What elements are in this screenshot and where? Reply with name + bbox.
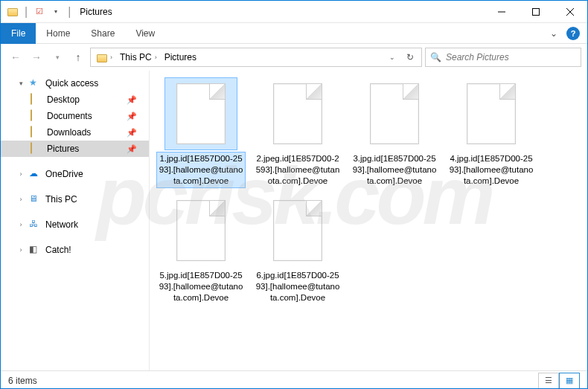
status-item-count: 6 items bbox=[8, 376, 37, 386]
tab-home[interactable]: Home bbox=[36, 23, 80, 44]
blank-file-icon bbox=[176, 200, 226, 261]
file-name: 5.jpg.id[1E857D00-2593].[hallomee@tutano… bbox=[157, 269, 245, 304]
file-item[interactable]: 6.jpg.id[1E857D00-2593].[hallomee@tutano… bbox=[252, 195, 343, 304]
up-button[interactable]: ↑ bbox=[69, 48, 87, 66]
close-button[interactable] bbox=[553, 1, 587, 23]
chevron-right-icon[interactable]: › bbox=[17, 196, 25, 203]
file-name: 1.jpg.id[1E857D00-2593].[hallomee@tutano… bbox=[157, 152, 245, 187]
pin-icon: 📌 bbox=[127, 144, 137, 154]
tree-documents[interactable]: Documents📌 bbox=[1, 108, 149, 124]
address-dropdown-icon[interactable]: ⌄ bbox=[384, 49, 400, 65]
file-thumbnail bbox=[262, 195, 333, 266]
folder-icon bbox=[7, 6, 19, 18]
tab-file[interactable]: File bbox=[1, 23, 36, 44]
navigation-pane: ▾ ★ Quick access Desktop📌 Documents📌 Dow… bbox=[1, 71, 150, 370]
file-name: 3.jpg.id[1E857D00-2593].[hallomee@tutano… bbox=[351, 152, 438, 187]
star-icon: ★ bbox=[29, 77, 41, 89]
blank-file-icon bbox=[273, 200, 322, 261]
network-icon: 🖧 bbox=[29, 219, 41, 231]
qat-dropdown-icon[interactable]: ▾ bbox=[50, 6, 62, 18]
qat-separator: | bbox=[25, 5, 28, 19]
tree-quick-access-label: Quick access bbox=[45, 78, 98, 89]
status-bar: 6 items ☰ ▦ bbox=[1, 370, 587, 389]
blank-file-icon bbox=[176, 83, 226, 144]
ribbon: File Home Share View ⌄ ? bbox=[1, 23, 587, 44]
file-grid: 1.jpg.id[1E857D00-2593].[hallomee@tutano… bbox=[156, 78, 581, 304]
file-list-area[interactable]: 1.jpg.id[1E857D00-2593].[hallomee@tutano… bbox=[150, 71, 587, 370]
cloud-icon: ☁ bbox=[29, 168, 41, 180]
file-item[interactable]: 1.jpg.id[1E857D00-2593].[hallomee@tutano… bbox=[156, 78, 246, 187]
search-icon: 🔍 bbox=[430, 52, 441, 62]
back-button[interactable]: ← bbox=[7, 48, 25, 66]
breadcrumb-thispc[interactable]: This PC › bbox=[117, 52, 160, 62]
search-input[interactable] bbox=[446, 52, 576, 62]
ribbon-expand-icon[interactable]: ⌄ bbox=[547, 27, 560, 40]
search-box[interactable]: 🔍 bbox=[425, 48, 581, 67]
tree-onedrive[interactable]: ›☁OneDrive bbox=[1, 166, 149, 182]
details-view-button[interactable]: ☰ bbox=[538, 373, 559, 389]
forward-button[interactable]: → bbox=[28, 48, 45, 66]
catch-icon: ◧ bbox=[29, 244, 41, 256]
recent-dropdown-icon[interactable]: ▾ bbox=[48, 48, 66, 66]
pin-icon: 📌 bbox=[127, 128, 137, 138]
window-title: Pictures bbox=[80, 7, 112, 17]
tab-share[interactable]: Share bbox=[80, 23, 125, 44]
tree-item-label: Desktop bbox=[47, 94, 80, 105]
file-name: 4.jpg.id[1E857D00-2593].[hallomee@tutano… bbox=[447, 152, 535, 187]
blank-file-icon bbox=[370, 83, 419, 144]
help-icon[interactable]: ? bbox=[566, 27, 580, 40]
tree-item-label: Documents bbox=[47, 111, 92, 121]
tree-pictures[interactable]: Pictures📌 bbox=[1, 141, 149, 157]
view-toggle: ☰ ▦ bbox=[538, 373, 580, 389]
icons-view-button[interactable]: ▦ bbox=[559, 373, 580, 389]
file-item[interactable]: 3.jpg.id[1E857D00-2593].[hallomee@tutano… bbox=[349, 78, 440, 187]
breadcrumb-root-icon[interactable]: › bbox=[94, 53, 115, 62]
breadcrumb-pictures[interactable]: Pictures bbox=[162, 52, 199, 62]
address-bar[interactable]: › This PC › Pictures ⌄ ↻ bbox=[90, 48, 422, 67]
file-thumbnail bbox=[359, 78, 430, 150]
file-name: 2.jpeg.id[1E857D00-2593].[hallomee@tutan… bbox=[254, 152, 342, 187]
tree-thispc[interactable]: ›🖥This PC bbox=[1, 191, 149, 208]
maximize-button[interactable] bbox=[519, 1, 553, 23]
tab-view[interactable]: View bbox=[125, 23, 165, 44]
pin-icon: 📌 bbox=[127, 112, 137, 121]
file-item[interactable]: 4.jpg.id[1E857D00-2593].[hallomee@tutano… bbox=[446, 78, 537, 187]
file-thumbnail bbox=[165, 78, 237, 150]
tree-item-label: OneDrive bbox=[45, 169, 83, 179]
quick-access-toolbar: | ☑ ▾ | Pictures bbox=[1, 5, 112, 19]
tree-item-label: Network bbox=[45, 219, 78, 230]
blank-file-icon bbox=[273, 83, 322, 144]
file-thumbnail bbox=[262, 78, 333, 150]
chevron-right-icon[interactable]: › bbox=[17, 170, 25, 178]
tree-item-label: Catch! bbox=[45, 245, 71, 255]
tree-item-label: Pictures bbox=[47, 144, 79, 154]
window-controls bbox=[485, 1, 587, 23]
file-name: 6.jpg.id[1E857D00-2593].[hallomee@tutano… bbox=[254, 269, 342, 304]
tree-network[interactable]: ›🖧Network bbox=[1, 216, 149, 233]
file-thumbnail bbox=[165, 195, 237, 266]
properties-icon[interactable]: ☑ bbox=[33, 6, 45, 18]
chevron-down-icon[interactable]: ▾ bbox=[17, 80, 25, 87]
pin-icon: 📌 bbox=[127, 95, 137, 105]
tree-item-label: Downloads bbox=[47, 127, 91, 138]
refresh-icon[interactable]: ↻ bbox=[402, 49, 418, 65]
tree-item-label: This PC bbox=[45, 194, 77, 205]
svg-rect-1 bbox=[533, 8, 540, 15]
file-item[interactable]: 2.jpeg.id[1E857D00-2593].[hallomee@tutan… bbox=[252, 78, 343, 187]
computer-icon: 🖥 bbox=[29, 193, 41, 205]
file-item[interactable]: 5.jpg.id[1E857D00-2593].[hallomee@tutano… bbox=[156, 195, 246, 304]
minimize-button[interactable] bbox=[485, 1, 519, 23]
tree-catch[interactable]: ›◧Catch! bbox=[1, 242, 149, 258]
titlebar: | ☑ ▾ | Pictures bbox=[1, 1, 587, 23]
chevron-right-icon[interactable]: › bbox=[17, 246, 25, 254]
tree-quick-access[interactable]: ▾ ★ Quick access bbox=[1, 75, 149, 91]
title-separator: | bbox=[68, 5, 71, 19]
nav-bar: ← → ▾ ↑ › This PC › Pictures ⌄ ↻ 🔍 bbox=[1, 44, 587, 71]
tree-desktop[interactable]: Desktop📌 bbox=[1, 91, 149, 108]
chevron-right-icon[interactable]: › bbox=[17, 221, 25, 228]
file-thumbnail bbox=[456, 78, 527, 150]
tree-downloads[interactable]: Downloads📌 bbox=[1, 124, 149, 141]
blank-file-icon bbox=[467, 83, 516, 144]
